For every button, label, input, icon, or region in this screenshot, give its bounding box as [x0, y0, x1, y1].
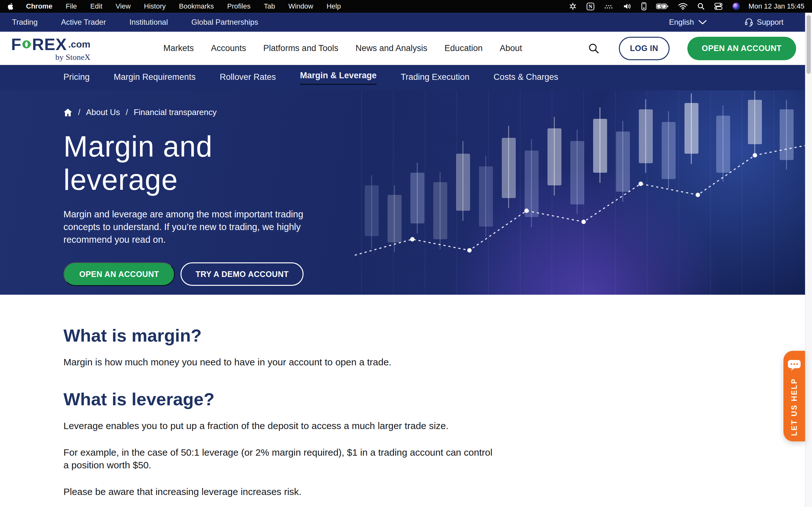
- margin-paragraph: Margin is how much money you need to hav…: [63, 356, 495, 369]
- support-link[interactable]: Support: [745, 18, 783, 26]
- menu-item-bookmarks[interactable]: Bookmarks: [179, 2, 214, 10]
- logo-dotcom: .com: [68, 39, 90, 50]
- chat-bubble-icon: [787, 359, 801, 372]
- scrollbar-track[interactable]: [805, 13, 812, 507]
- keyboard-brightness-icon[interactable]: [604, 3, 613, 9]
- breadcrumb-separator: /: [78, 107, 80, 117]
- open-account-button[interactable]: OPEN AN ACCOUNT: [687, 37, 796, 60]
- scrollbar-thumb[interactable]: [807, 15, 811, 74]
- hero-open-account-button[interactable]: OPEN AN ACCOUNT: [63, 262, 175, 286]
- leverage-paragraph-3: Please be aware that increasing leverage…: [63, 486, 495, 498]
- heading-what-is-margin: What is margin?: [63, 325, 495, 346]
- menu-item-file[interactable]: File: [66, 2, 77, 10]
- menu-bar-clock[interactable]: Mon 12 Jan 15:45: [749, 2, 804, 10]
- language-selector[interactable]: English: [669, 18, 707, 26]
- utility-nav: Trading Active Trader Institutional Glob…: [0, 13, 812, 32]
- home-icon[interactable]: [63, 108, 72, 117]
- logo-f: F: [11, 35, 21, 54]
- menu-item-tab[interactable]: Tab: [264, 2, 275, 10]
- hero-section: / About Us / Financial transparency Marg…: [0, 90, 812, 295]
- utility-nav-active-trader[interactable]: Active Trader: [61, 18, 106, 26]
- heading-what-is-leverage: What is leverage?: [63, 389, 495, 409]
- breadcrumb: / About Us / Financial transparency: [63, 107, 333, 117]
- hero-demo-account-button[interactable]: TRY A DEMO ACCOUNT: [181, 262, 304, 286]
- page-title: Margin and leverage: [63, 130, 333, 196]
- chevron-down-icon: [699, 20, 707, 24]
- help-tab-label: LET US HELP: [790, 378, 799, 436]
- support-label: Support: [757, 18, 783, 26]
- logo-byline: by StoneX: [55, 53, 91, 62]
- nav-about[interactable]: About: [500, 43, 522, 53]
- menu-item-edit[interactable]: Edit: [90, 2, 102, 10]
- utility-nav-trading[interactable]: Trading: [12, 18, 38, 26]
- menu-item-window[interactable]: Window: [288, 2, 313, 10]
- iphone-mirroring-icon[interactable]: [641, 2, 647, 10]
- utility-nav-institutional[interactable]: Institutional: [130, 18, 168, 26]
- site-header: F REX .com by StoneX Markets Accounts Pl…: [0, 32, 812, 65]
- subnav-costs-and-charges[interactable]: Costs & Charges: [494, 72, 558, 83]
- leverage-paragraph-1: Leverage enables you to put up a fractio…: [63, 419, 495, 432]
- menu-item-chrome[interactable]: Chrome: [26, 2, 52, 10]
- nav-accounts[interactable]: Accounts: [211, 43, 246, 53]
- forex-logo[interactable]: F REX .com by StoneX: [11, 35, 90, 62]
- nav-markets[interactable]: Markets: [163, 43, 194, 53]
- content-section: What is margin? Margin is how much money…: [0, 295, 812, 507]
- article: What is margin? Margin is how much money…: [63, 325, 495, 498]
- menu-item-profiles[interactable]: Profiles: [227, 2, 250, 10]
- siri-icon[interactable]: [732, 2, 740, 10]
- subnav-trading-execution[interactable]: Trading Execution: [401, 72, 469, 83]
- let-us-help-tab[interactable]: LET US HELP: [783, 351, 805, 441]
- menu-item-help[interactable]: Help: [326, 2, 341, 10]
- hero-description: Margin and leverage are among the most i…: [63, 208, 333, 246]
- macos-menu-bar: Chrome File Edit View History Bookmarks …: [0, 0, 812, 13]
- screen: Chrome File Edit View History Bookmarks …: [0, 0, 812, 507]
- volume-icon[interactable]: [623, 3, 632, 10]
- nav-platforms-and-tools[interactable]: Platforms and Tools: [263, 43, 339, 53]
- breadcrumb-separator: /: [125, 107, 128, 117]
- headset-icon: [745, 18, 753, 26]
- apple-menu-icon[interactable]: [8, 3, 14, 10]
- menu-item-view[interactable]: View: [116, 2, 131, 10]
- log-in-button[interactable]: LOG IN: [619, 37, 670, 60]
- spotlight-icon[interactable]: [697, 3, 705, 10]
- logo-o-icon: [22, 37, 32, 52]
- utility-nav-global-partnerships[interactable]: Global Partnerships: [191, 18, 258, 26]
- wifi-icon[interactable]: [678, 3, 688, 10]
- subnav-pricing[interactable]: Pricing: [63, 72, 90, 83]
- menu-item-history[interactable]: History: [144, 2, 165, 10]
- logo-rex: REX: [32, 35, 67, 54]
- sub-nav: Pricing Margin Requirements Rollover Rat…: [0, 65, 812, 90]
- main-nav: Markets Accounts Platforms and Tools New…: [163, 43, 522, 53]
- battery-charging-icon[interactable]: [656, 3, 669, 9]
- leverage-paragraph-2: For example, in the case of 50:1 leverag…: [63, 446, 495, 471]
- chatgpt-icon[interactable]: [569, 2, 577, 10]
- nav-education[interactable]: Education: [444, 43, 483, 53]
- breadcrumb-about-us[interactable]: About Us: [86, 107, 120, 117]
- notion-icon[interactable]: N: [587, 3, 595, 10]
- search-icon[interactable]: [589, 43, 599, 54]
- forex-logo-wordmark: F REX .com: [11, 35, 90, 54]
- subnav-rollover-rates[interactable]: Rollover Rates: [220, 72, 276, 83]
- subnav-margin-requirements[interactable]: Margin Requirements: [114, 72, 196, 83]
- subnav-margin-and-leverage[interactable]: Margin & Leverage: [300, 71, 377, 85]
- control-center-icon[interactable]: [714, 3, 722, 10]
- language-label: English: [669, 18, 694, 26]
- nav-news-and-analysis[interactable]: News and Analysis: [356, 43, 427, 53]
- svg-text:N: N: [589, 4, 593, 9]
- breadcrumb-financial-transparency[interactable]: Financial transparency: [134, 107, 217, 117]
